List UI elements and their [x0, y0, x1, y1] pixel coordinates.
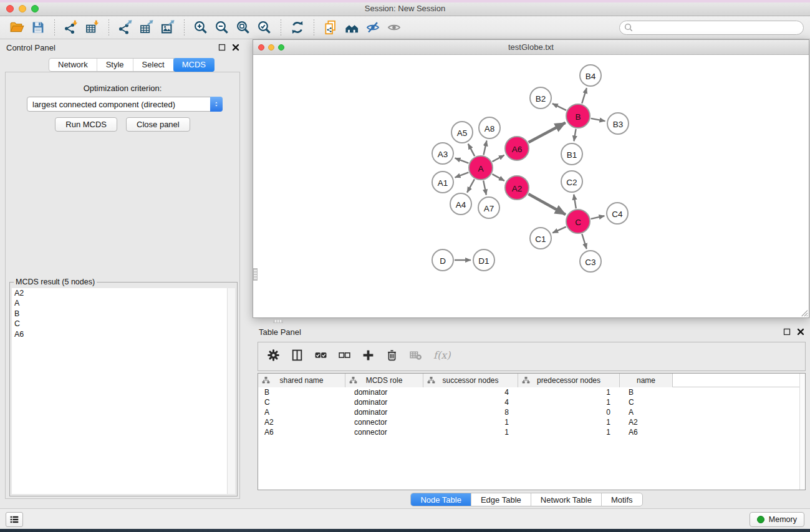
- tab-mcds[interactable]: MCDS: [173, 58, 215, 72]
- open-session-button[interactable]: [6, 18, 27, 37]
- mcds-result-item[interactable]: C: [12, 319, 235, 329]
- export-table-button[interactable]: [136, 18, 157, 37]
- table-cell[interactable]: dominator: [345, 387, 423, 397]
- show-columns-button[interactable]: [291, 349, 307, 365]
- table-cell[interactable]: A6: [620, 427, 673, 437]
- table-cell[interactable]: 1: [518, 417, 620, 427]
- mcds-result-item[interactable]: A2: [12, 288, 235, 298]
- table-cell[interactable]: 1: [423, 417, 518, 427]
- table-row[interactable]: Bdominator41B: [258, 387, 805, 397]
- column-header-shared-name[interactable]: shared name: [258, 374, 345, 387]
- mcds-result-item[interactable]: A6: [12, 329, 235, 339]
- edge-A-A8[interactable]: [484, 141, 487, 155]
- graph-node-A8[interactable]: A8: [479, 117, 500, 138]
- edge-C-C3[interactable]: [582, 234, 586, 249]
- graph-node-A3[interactable]: A3: [432, 143, 453, 164]
- edge-A-A5[interactable]: [468, 144, 475, 157]
- graph-node-C3[interactable]: C3: [580, 251, 601, 272]
- table-cell[interactable]: A: [258, 407, 345, 417]
- edge-A-A1[interactable]: [455, 172, 469, 177]
- edge-C-C4[interactable]: [591, 216, 605, 219]
- graph-node-B4[interactable]: B4: [580, 65, 601, 86]
- tab-network-table[interactable]: Network Table: [531, 493, 602, 506]
- column-header-predecessor-nodes[interactable]: predecessor nodes: [518, 374, 620, 387]
- table-cell[interactable]: 1: [518, 387, 620, 397]
- create-column-button[interactable]: [362, 349, 378, 365]
- split-divider-grip[interactable]: [273, 319, 283, 323]
- select-all-columns-button[interactable]: [314, 349, 330, 365]
- table-cell[interactable]: connector: [345, 427, 423, 437]
- table-cell[interactable]: 8: [423, 407, 518, 417]
- network-canvas[interactable]: B4B2BB3A8A5A6B1A3AA1C2A2A4A7C4CC1C3DD1: [253, 55, 809, 317]
- edge-A-A6[interactable]: [493, 155, 504, 162]
- edge-C-C2[interactable]: [574, 195, 576, 209]
- first-neighbors-button[interactable]: [341, 18, 362, 37]
- graph-node-B[interactable]: B: [566, 104, 590, 128]
- hide-graphics-details-button[interactable]: [362, 18, 383, 37]
- close-panel-icon[interactable]: [231, 43, 240, 52]
- run-mcds-button[interactable]: Run MCDS: [55, 117, 117, 132]
- table-cell[interactable]: 4: [423, 387, 518, 397]
- delete-columns-button[interactable]: [385, 349, 402, 365]
- graph-node-A4[interactable]: A4: [450, 193, 471, 215]
- edge-C-C1[interactable]: [552, 227, 566, 233]
- edge-B-B2[interactable]: [552, 104, 566, 110]
- export-network-button[interactable]: [115, 18, 136, 37]
- graph-node-C2[interactable]: C2: [561, 171, 582, 192]
- unselect-all-columns-button[interactable]: [338, 349, 354, 365]
- optimization-criterion-select[interactable]: largest connected component (directed): [27, 97, 223, 112]
- table-cell[interactable]: C: [620, 397, 673, 407]
- float-panel-icon[interactable]: [218, 43, 226, 52]
- search-input[interactable]: [619, 21, 804, 35]
- split-collapse-grip[interactable]: [253, 268, 258, 281]
- edge-A-A7[interactable]: [483, 181, 486, 195]
- result-list-scrollbar[interactable]: [227, 288, 235, 494]
- table-cell[interactable]: 4: [423, 397, 518, 407]
- graph-node-D1[interactable]: D1: [473, 249, 494, 271]
- table-cell[interactable]: 1: [518, 427, 620, 437]
- mcds-result-item[interactable]: B: [12, 309, 235, 319]
- graph-node-C[interactable]: C: [566, 210, 590, 233]
- tab-select[interactable]: Select: [133, 59, 174, 71]
- table-row[interactable]: Cdominator41C: [258, 397, 805, 407]
- table-cell[interactable]: 1: [423, 427, 518, 437]
- column-header-MCDS-role[interactable]: MCDS role: [345, 374, 423, 387]
- graph-node-A1[interactable]: A1: [432, 172, 453, 193]
- graph-node-A7[interactable]: A7: [478, 197, 499, 218]
- table-cell[interactable]: B: [258, 387, 345, 397]
- tab-style[interactable]: Style: [97, 59, 133, 71]
- table-cell[interactable]: A6: [258, 427, 345, 437]
- mcds-result-item[interactable]: A: [12, 298, 235, 308]
- edge-B-B4[interactable]: [582, 88, 587, 104]
- graph-node-B1[interactable]: B1: [561, 143, 582, 165]
- window-resize-grip[interactable]: [799, 307, 808, 317]
- close-panel-button[interactable]: Close panel: [126, 117, 190, 132]
- log-console-button[interactable]: [6, 512, 23, 527]
- table-cell[interactable]: A2: [258, 417, 345, 427]
- graph-node-A6[interactable]: A6: [505, 137, 529, 160]
- tab-network[interactable]: Network: [49, 59, 97, 71]
- apply-layout-button[interactable]: [287, 18, 308, 37]
- graph-node-C4[interactable]: C4: [607, 203, 628, 224]
- graph-node-A[interactable]: A: [469, 156, 493, 180]
- table-cell[interactable]: 1: [518, 397, 620, 407]
- column-header-name[interactable]: name: [620, 374, 673, 387]
- zoom-out-button[interactable]: [211, 18, 233, 37]
- memory-button[interactable]: Memory: [750, 512, 804, 527]
- table-cell[interactable]: A2: [620, 417, 673, 427]
- table-cell[interactable]: dominator: [345, 397, 423, 407]
- graph-node-B3[interactable]: B3: [607, 113, 629, 134]
- graph-node-B2[interactable]: B2: [530, 87, 551, 109]
- edge-A6-B[interactable]: [529, 123, 566, 142]
- table-cell[interactable]: connector: [345, 417, 423, 427]
- table-row[interactable]: A2connector11A2: [258, 417, 805, 427]
- edge-A-A4[interactable]: [467, 179, 475, 192]
- table-row[interactable]: Adominator80A: [258, 407, 805, 417]
- table-cell[interactable]: C: [258, 397, 345, 407]
- edge-B-B3[interactable]: [591, 118, 605, 121]
- tab-node-table[interactable]: Node Table: [411, 493, 471, 506]
- float-panel-icon[interactable]: [783, 327, 791, 336]
- table-settings-button[interactable]: [267, 349, 283, 365]
- show-graphics-details-button[interactable]: [383, 18, 405, 37]
- import-network-button[interactable]: [60, 18, 82, 37]
